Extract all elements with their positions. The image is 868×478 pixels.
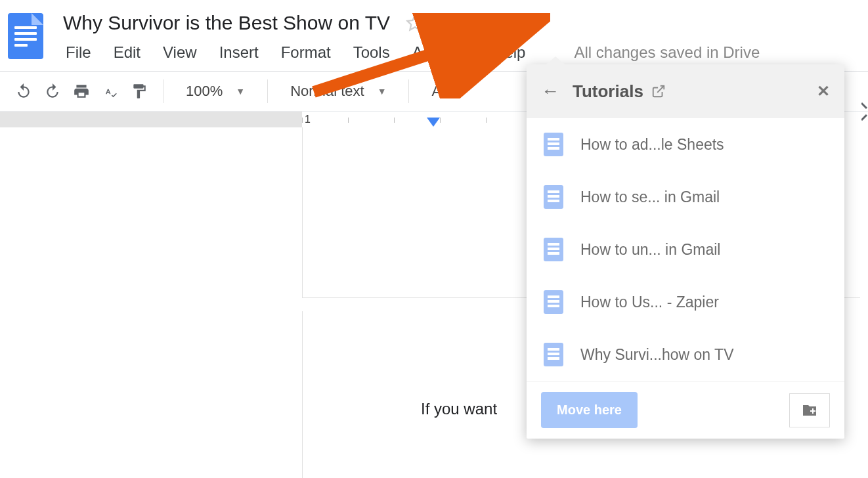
print-button[interactable] bbox=[68, 78, 95, 104]
font-value: Arial bbox=[431, 83, 460, 100]
doc-file-icon bbox=[544, 238, 563, 261]
body-text[interactable]: If you want bbox=[421, 400, 497, 418]
menu-file[interactable]: File bbox=[66, 43, 91, 62]
file-name: Why Survi...how on TV bbox=[580, 346, 734, 364]
doc-file-icon bbox=[544, 133, 563, 156]
new-folder-button[interactable] bbox=[789, 393, 830, 427]
document-title[interactable]: Why Survivor is the Best Show on TV bbox=[63, 12, 390, 34]
app-header: Why Survivor is the Best Show on TV File… bbox=[0, 0, 868, 71]
move-panel-file-list: How to ad...le Sheets How to se... in Gm… bbox=[527, 118, 844, 381]
menu-edit[interactable]: Edit bbox=[114, 43, 141, 62]
doc-file-icon bbox=[544, 290, 563, 314]
svg-rect-3 bbox=[812, 408, 814, 414]
doc-file-icon bbox=[544, 185, 563, 209]
menu-help[interactable]: Help bbox=[493, 43, 525, 62]
svg-line-1 bbox=[657, 86, 664, 93]
file-name: How to Us... - Zapier bbox=[580, 293, 719, 311]
dropdown-arrow-icon: ▼ bbox=[378, 86, 387, 97]
file-row[interactable]: How to Us... - Zapier bbox=[527, 276, 844, 328]
file-row[interactable]: How to se... in Gmail bbox=[527, 171, 844, 223]
paragraph-style-value: Normal text bbox=[290, 83, 364, 100]
file-row[interactable]: How to ad...le Sheets bbox=[527, 118, 844, 171]
zoom-dropdown[interactable]: 100% ▼ bbox=[174, 83, 257, 100]
doc-file-icon bbox=[544, 343, 563, 366]
back-arrow-icon[interactable]: ← bbox=[541, 81, 559, 102]
title-area: Why Survivor is the Best Show on TV File… bbox=[63, 8, 860, 71]
file-name: How to un... in Gmail bbox=[580, 241, 720, 259]
move-here-button[interactable]: Move here bbox=[541, 392, 638, 428]
document-title-row: Why Survivor is the Best Show on TV bbox=[63, 8, 860, 37]
folder-move-icon[interactable] bbox=[436, 14, 458, 32]
file-name: How to ad...le Sheets bbox=[580, 136, 724, 154]
new-folder-icon bbox=[800, 402, 819, 418]
star-icon[interactable] bbox=[406, 14, 424, 32]
menu-tools[interactable]: Tools bbox=[353, 43, 390, 62]
clipped-toolbar-icon bbox=[861, 102, 868, 121]
menu-view[interactable]: View bbox=[163, 43, 197, 62]
menu-addons[interactable]: Add-ons bbox=[412, 43, 471, 62]
paragraph-style-dropdown[interactable]: Normal text ▼ bbox=[278, 83, 398, 100]
open-in-new-icon[interactable] bbox=[651, 84, 666, 98]
redo-button[interactable] bbox=[39, 78, 66, 104]
file-row[interactable]: How to un... in Gmail bbox=[527, 223, 844, 276]
file-row[interactable]: Why Survi...how on TV bbox=[527, 328, 844, 381]
menu-insert[interactable]: Insert bbox=[219, 43, 259, 62]
zoom-value: 100% bbox=[186, 83, 223, 100]
move-panel-folder-name: Tutorials bbox=[573, 81, 643, 102]
close-icon[interactable]: ✕ bbox=[817, 82, 830, 100]
move-panel-footer: Move here bbox=[527, 381, 844, 439]
paint-format-button[interactable] bbox=[126, 78, 152, 104]
docs-logo-icon[interactable] bbox=[8, 13, 43, 59]
svg-marker-0 bbox=[407, 15, 422, 30]
font-dropdown[interactable]: Arial bbox=[420, 83, 472, 100]
save-status: All changes saved in Drive bbox=[574, 43, 760, 62]
spellcheck-button[interactable] bbox=[97, 78, 123, 104]
move-panel-header: ← Tutorials ✕ bbox=[527, 64, 844, 118]
undo-button[interactable] bbox=[11, 78, 37, 104]
menu-format[interactable]: Format bbox=[281, 43, 331, 62]
dropdown-arrow-icon: ▼ bbox=[236, 86, 245, 97]
move-to-panel: ← Tutorials ✕ How to ad...le Sheets How … bbox=[527, 64, 844, 439]
file-name: How to se... in Gmail bbox=[580, 188, 720, 206]
